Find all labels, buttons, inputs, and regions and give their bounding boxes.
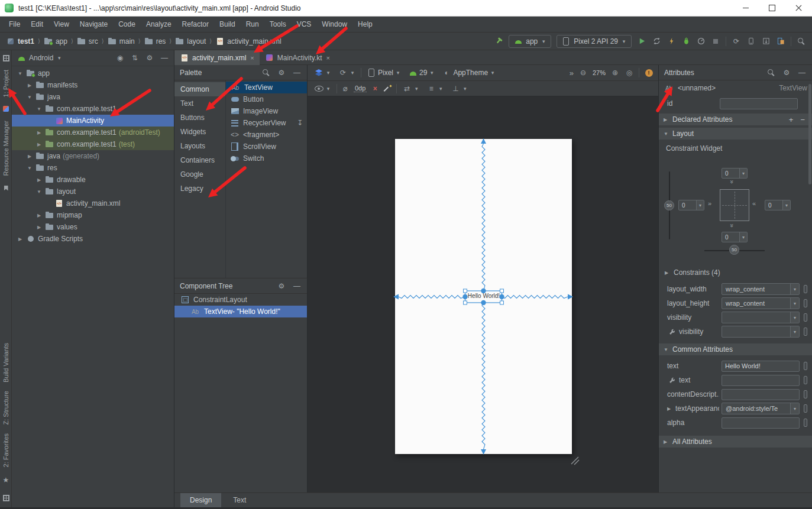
tree-item-com-example-test1[interactable]: ▼com.example.test1: [12, 103, 174, 115]
expand-arrow-icon[interactable]: ▼: [35, 106, 43, 112]
palette-item-textview[interactable]: AbTextView: [226, 82, 307, 93]
attr-layout-height-dropdown[interactable]: wrap_content▾: [722, 297, 800, 309]
bookmark-icon[interactable]: [1, 183, 11, 193]
id-input[interactable]: [720, 98, 798, 109]
layout-inspector-icon[interactable]: [776, 37, 785, 46]
rotate-surface-selector[interactable]: ⟳▾: [337, 68, 357, 77]
breadcrumb-item-activity-main-xml[interactable]: </>activity_main.xml: [214, 37, 282, 46]
expand-arrow-icon[interactable]: ▶: [26, 83, 33, 88]
stop-icon[interactable]: [711, 37, 720, 46]
search-icon[interactable]: [261, 68, 271, 77]
section-declared-attributes[interactable]: Declared Attributes + −: [659, 114, 812, 125]
close-icon[interactable]: ×: [326, 54, 330, 61]
design-canvas[interactable]: Hello World!: [308, 96, 658, 492]
apply-changes-icon[interactable]: [652, 37, 661, 46]
mode-tab-design[interactable]: Design: [180, 493, 221, 508]
section-layout[interactable]: Layout: [659, 128, 812, 140]
breadcrumb-item-test1[interactable]: test1: [5, 37, 35, 46]
resource-picker-flag[interactable]: [804, 313, 807, 322]
palette-category-common[interactable]: Common: [174, 82, 225, 96]
hide-panel-icon[interactable]: —: [292, 281, 302, 291]
tree-item-mainactivity[interactable]: MainActivity: [12, 115, 174, 127]
tree-item-java-generated[interactable]: ▶java (generated): [12, 150, 174, 162]
breadcrumb-item-layout[interactable]: layout: [174, 37, 207, 46]
download-icon[interactable]: ↧: [297, 119, 303, 127]
default-margin-button[interactable]: 0dp: [354, 85, 367, 92]
component-tree-item-textview-hello-world[interactable]: AbTextView- "Hello World!": [174, 306, 307, 317]
expand-arrow-icon[interactable]: [667, 406, 673, 411]
menu-view[interactable]: View: [48, 20, 75, 28]
tree-item-layout[interactable]: ▼layout: [12, 186, 174, 197]
gear-icon[interactable]: ⚙: [782, 68, 791, 77]
palette-category-widgets[interactable]: Widgets: [174, 125, 225, 139]
gear-icon[interactable]: ⚙: [145, 53, 154, 63]
constraints-row[interactable]: Constraints (4): [659, 267, 812, 278]
avd-manager-icon[interactable]: [746, 37, 756, 46]
close-icon[interactable]: ×: [250, 54, 254, 61]
api-selector[interactable]: 29▾: [406, 68, 436, 77]
debug-bug-icon[interactable]: [681, 37, 691, 46]
palette-item-recyclerview[interactable]: RecyclerView↧: [226, 117, 307, 129]
profiler-icon[interactable]: [696, 37, 706, 46]
remove-attribute-button[interactable]: −: [800, 115, 805, 124]
hide-panel-icon[interactable]: —: [797, 68, 807, 77]
top-constraint-spring-icon[interactable]: »: [729, 180, 736, 183]
attr-layout-width-dropdown[interactable]: wrap_content▾: [722, 283, 800, 295]
gear-icon[interactable]: ⚙: [277, 68, 286, 77]
expand-arrow-icon[interactable]: ▶: [35, 177, 43, 183]
sdk-manager-icon[interactable]: [761, 37, 771, 46]
sync-gradle-icon[interactable]: ⟳: [732, 37, 741, 46]
breadcrumb-item-main[interactable]: main: [106, 37, 136, 46]
tree-item-mipmap[interactable]: ▶mipmap: [12, 209, 174, 221]
attr-visibility-dropdown[interactable]: ▾: [722, 312, 800, 323]
resource-picker-flag[interactable]: [804, 390, 807, 398]
palette-item-button[interactable]: Button: [226, 93, 307, 105]
tree-item-values[interactable]: ▶values: [12, 221, 174, 233]
margin-left-dropdown[interactable]: 0▾: [678, 200, 704, 210]
tool-stripe-resource-manager[interactable]: Resource Manager: [2, 121, 9, 176]
resource-picker-flag[interactable]: [804, 362, 807, 370]
tool-stripe-build-variants[interactable]: Build Variants: [2, 343, 9, 382]
left-constraint-spring-icon[interactable]: »: [708, 200, 711, 207]
bottom-constraint-spring-icon[interactable]: »: [729, 223, 736, 226]
tree-item-app[interactable]: ▼app: [12, 67, 174, 79]
right-constraint-spring-icon[interactable]: «: [752, 200, 755, 207]
maximize-button[interactable]: [759, 0, 785, 16]
grid-icon[interactable]: [1, 53, 11, 63]
tree-item-java[interactable]: ▼java: [12, 91, 174, 103]
breadcrumb-item-src[interactable]: src: [76, 37, 99, 46]
palette-category-buttons[interactable]: Buttons: [174, 111, 225, 125]
palette-category-containers[interactable]: Containers: [174, 153, 225, 167]
overflow-chevron-icon[interactable]: »: [570, 69, 574, 77]
menu-code[interactable]: Code: [113, 20, 141, 28]
attr-text-tools-input[interactable]: [722, 375, 800, 386]
menu-vcs[interactable]: VCS: [292, 20, 317, 28]
resource-manager-icon[interactable]: [1, 104, 11, 114]
attr-alpha-input[interactable]: [722, 417, 800, 429]
palette-item-switch[interactable]: Switch: [226, 153, 307, 164]
run-config-select[interactable]: app▾: [509, 35, 551, 48]
resource-picker-flag[interactable]: [804, 299, 807, 307]
tool-stripe-project[interactable]: 1: Project: [2, 70, 9, 97]
resource-picker-flag[interactable]: [804, 419, 807, 427]
device-selector[interactable]: Pixel▾: [365, 68, 403, 77]
expand-arrow-icon[interactable]: ▶: [35, 225, 43, 230]
resource-picker-flag[interactable]: [804, 376, 807, 384]
gear-icon[interactable]: ⚙: [277, 281, 286, 291]
palette-item-imageview[interactable]: ImageView: [226, 105, 307, 117]
expand-arrow-icon[interactable]: ▼: [17, 71, 24, 76]
palette-item-scrollview[interactable]: ScrollView: [226, 141, 307, 153]
tool-stripe-favorites[interactable]: 2: Favorites: [2, 433, 9, 467]
expand-arrow-icon[interactable]: ▶: [26, 154, 33, 159]
resource-picker-flag[interactable]: [804, 285, 807, 293]
margin-top-dropdown[interactable]: 0▾: [722, 168, 748, 179]
attr-text-input[interactable]: [722, 361, 800, 372]
menu-refactor[interactable]: Refactor: [177, 20, 214, 28]
expand-arrow-icon[interactable]: ▼: [26, 95, 33, 100]
menu-run[interactable]: Run: [241, 20, 264, 28]
align-selector[interactable]: ≡▾: [425, 84, 445, 93]
editor-tab-activity-main-xml[interactable]: </>activity_main.xml×: [174, 50, 260, 65]
build-hammer-icon[interactable]: [494, 37, 503, 46]
menu-help[interactable]: Help: [352, 20, 378, 28]
expand-arrow-icon[interactable]: ▶: [35, 213, 43, 218]
